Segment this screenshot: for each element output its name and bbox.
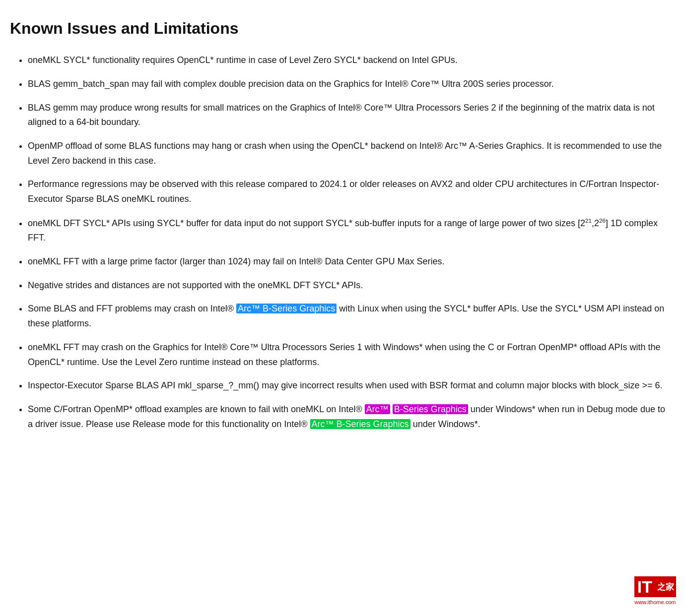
watermark-it-text: IT xyxy=(634,576,655,597)
item-text: BLAS gemm_batch_span may fail with compl… xyxy=(28,79,554,89)
item-text: oneMKL SYCL* functionality requires Open… xyxy=(28,55,458,65)
highlight-arc-b-series-1: Arc™ B-Series Graphics xyxy=(236,304,337,313)
list-item: BLAS gemm may produce wrong results for … xyxy=(28,101,665,130)
item-text: oneMKL FFT may crash on the Graphics for… xyxy=(28,342,660,367)
item-text: Negative strides and distances are not s… xyxy=(28,280,363,290)
list-item: oneMKL FFT with a large prime factor (la… xyxy=(28,254,665,269)
item-text: Performance regressions may be observed … xyxy=(28,179,659,204)
list-item: Performance regressions may be observed … xyxy=(28,177,665,206)
watermark: IT 之家 www.ithome.com xyxy=(634,576,676,607)
list-item: oneMKL SYCL* functionality requires Open… xyxy=(28,53,665,68)
item-text: Some BLAS and FFT problems may crash on … xyxy=(28,304,664,328)
highlight-b-series-2: B-Series Graphics xyxy=(393,404,468,414)
highlight-arc-tm: Arc™ xyxy=(365,404,390,414)
item-text: BLAS gemm may produce wrong results for … xyxy=(28,103,655,127)
watermark-zh-text: 之家 xyxy=(655,576,676,597)
page-title: Known Issues and Limitations xyxy=(10,16,665,41)
item-text: OpenMP offload of some BLAS functions ma… xyxy=(28,141,662,166)
list-item: Some BLAS and FFT problems may crash on … xyxy=(28,302,665,331)
list-item: oneMKL FFT may crash on the Graphics for… xyxy=(28,340,665,370)
item-text: oneMKL FFT with a large prime factor (la… xyxy=(28,256,445,266)
list-item: BLAS gemm_batch_span may fail with compl… xyxy=(28,77,665,92)
item-text: Inspector-Executor Sparse BLAS API mkl_s… xyxy=(28,380,663,390)
list-item: Negative strides and distances are not s… xyxy=(28,278,665,293)
list-item: oneMKL DFT SYCL* APIs using SYCL* buffer… xyxy=(28,216,665,246)
issues-list: oneMKL SYCL* functionality requires Open… xyxy=(10,53,665,431)
list-item: Inspector-Executor Sparse BLAS API mkl_s… xyxy=(28,378,665,393)
item-text: oneMKL DFT SYCL* APIs using SYCL* buffer… xyxy=(28,218,658,243)
watermark-domain: www.ithome.com xyxy=(634,598,676,607)
list-item: Some C/Fortran OpenMP* offload examples … xyxy=(28,402,665,431)
list-item: OpenMP offload of some BLAS functions ma… xyxy=(28,139,665,168)
item-text: Some C/Fortran OpenMP* offload examples … xyxy=(28,404,665,429)
highlight-arc-b-series-3: Arc™ B-Series Graphics xyxy=(310,419,411,429)
